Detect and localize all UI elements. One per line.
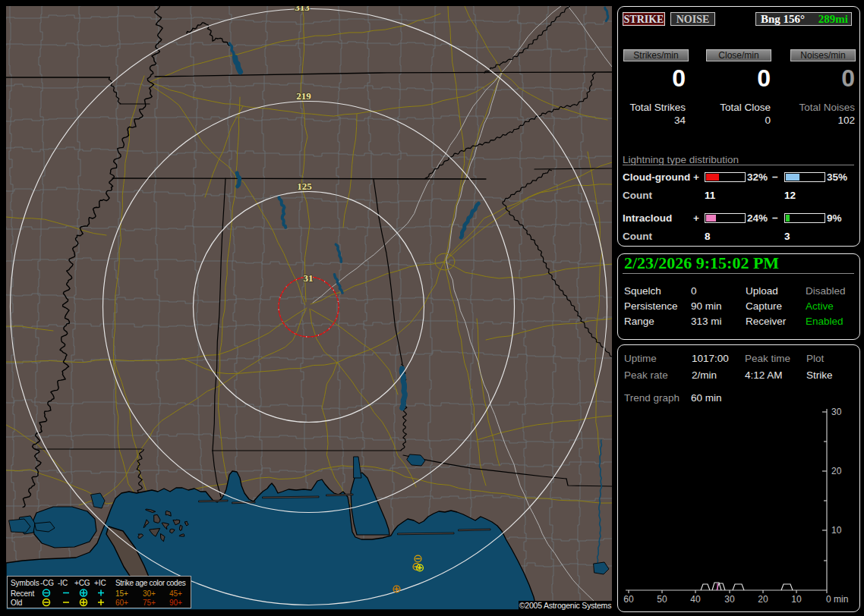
svg-text:30: 30 bbox=[831, 407, 842, 417]
svg-text:31: 31 bbox=[304, 272, 314, 284]
svg-text:20: 20 bbox=[831, 466, 842, 476]
svg-text:0 min: 0 min bbox=[826, 594, 848, 605]
svg-text:30: 30 bbox=[724, 594, 735, 605]
svg-text:10: 10 bbox=[791, 594, 802, 605]
svg-text:125: 125 bbox=[297, 181, 312, 192]
svg-text:219: 219 bbox=[296, 90, 311, 102]
svg-text:10: 10 bbox=[831, 525, 842, 536]
svg-text:60: 60 bbox=[623, 594, 634, 605]
svg-text:20: 20 bbox=[758, 594, 768, 605]
svg-text:313: 313 bbox=[295, 2, 310, 13]
svg-text:50: 50 bbox=[657, 594, 667, 605]
svg-text:40: 40 bbox=[690, 594, 701, 605]
